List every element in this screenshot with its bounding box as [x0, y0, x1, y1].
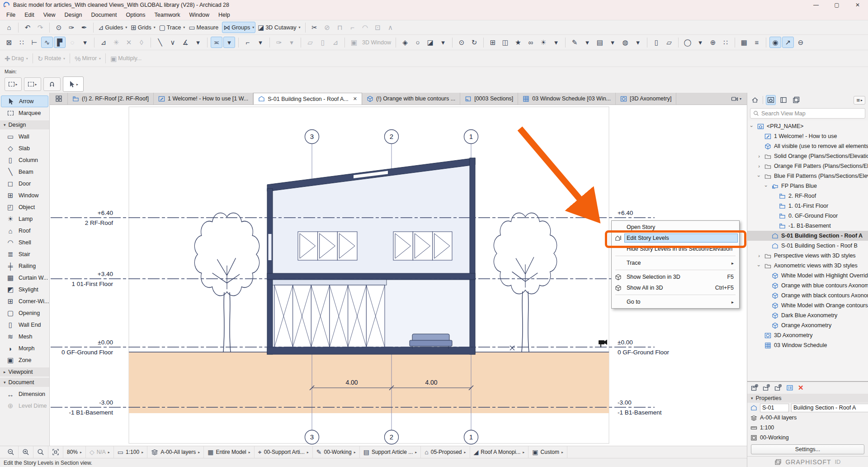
tool-slab[interactable]: ◇Slab [0, 143, 49, 154]
dropdown-caret-icon[interactable]: ▾ [286, 37, 297, 48]
tool-morph[interactable]: ◗Morph [0, 343, 49, 354]
camera-grid-icon[interactable]: ◫ [500, 37, 511, 48]
renovation-filter-button[interactable]: ⌂05-Proposed▸ [421, 446, 470, 458]
mirror-button[interactable]: %Mirror▾ [73, 53, 102, 64]
walk-mode-icon[interactable]: ⊙ [456, 37, 467, 48]
settings-button[interactable]: Settings... [751, 444, 864, 454]
toolbox-group-design[interactable]: ▾Design [0, 120, 49, 129]
spline-edit-icon[interactable]: ∿ [41, 37, 53, 48]
zoom-tool-icon[interactable]: ⊖ [795, 37, 807, 48]
multiply-button[interactable]: ▣Multiply... [109, 53, 144, 64]
zoom-select-button[interactable] [33, 446, 48, 458]
viewmap-item[interactable]: 1 Welcome! - How to use [747, 131, 868, 141]
tool-corner-wi[interactable]: ⊞Corner-Wi... [0, 295, 49, 307]
close-button[interactable]: ✕ [847, 0, 868, 10]
menu-window[interactable]: Window [185, 10, 214, 20]
tree-expander-icon[interactable]: › [756, 153, 762, 159]
viewmap-item[interactable]: Orange with blue contours Axonometry [747, 281, 868, 291]
toolbox-group-document[interactable]: ▾Document [0, 378, 49, 387]
tool-wall[interactable]: ▭Wall [0, 131, 49, 143]
fillet-icon[interactable]: ◠ [359, 22, 371, 33]
tool-object[interactable]: ◰Object [0, 201, 49, 213]
pen-set-button[interactable]: ✎00-Working▸ [313, 446, 360, 458]
roof-angle-icon[interactable]: ∧ [385, 22, 396, 33]
cylinder-view-icon[interactable]: ○ [412, 37, 424, 48]
marquee-pick-button[interactable]: ▸ [5, 77, 22, 91]
edit-elements-icon[interactable]: ▛ [54, 37, 66, 48]
viewmap-item[interactable]: 0. GF-Ground Floor [747, 211, 868, 221]
viewmap-item[interactable]: White Model with Orange contours [747, 300, 868, 310]
viewmap-item[interactable]: Orange with black contours Axonometry [747, 291, 868, 300]
tree-expander-icon[interactable]: › [756, 253, 762, 258]
pickup-parameters-icon[interactable]: ✑ [66, 22, 77, 33]
grids-button[interactable]: ⊞Grids▾ [129, 22, 156, 33]
suspend-groups-icon[interactable]: ⊘ [321, 22, 333, 33]
dropdown-caret-icon[interactable]: ▾ [437, 37, 449, 48]
document-tab[interactable]: (!) 2. RF-Roof [2. RF-Roof] [68, 93, 154, 105]
menu-options[interactable]: Options [121, 10, 150, 20]
shear-icon[interactable]: ▯ [317, 37, 329, 48]
dropdown-caret-icon[interactable]: ▾ [694, 37, 706, 48]
menu-item-hide-story-levels-in-this-section-elevation[interactable]: Hide Story Levels in this Section/Elevat… [612, 243, 739, 254]
toolbox-group-viewpoint[interactable]: ▸Viewpoint [0, 367, 49, 376]
elevate-icon[interactable]: ⊿ [330, 37, 341, 48]
dropdown-caret-icon[interactable]: ▾ [255, 37, 266, 48]
tool-arrow[interactable]: Arrow [1, 95, 48, 107]
menu-item-go-to[interactable]: Go to▸ [612, 296, 739, 307]
dropdown-caret-icon[interactable]: ▾ [632, 37, 644, 48]
measure-button[interactable]: ▭Measure [187, 22, 221, 33]
minimize-button[interactable]: — [806, 0, 826, 10]
viewmap-item[interactable]: 3D Axonometry [747, 330, 868, 340]
project-chooser-button[interactable] [750, 95, 760, 105]
snap-reference-icon[interactable]: ✕ [123, 37, 135, 48]
navigator-menu-button[interactable]: ≡▸ [854, 96, 865, 105]
axonometry-icon[interactable]: ◪ [425, 37, 436, 48]
view-map-button[interactable] [766, 95, 776, 105]
document-tab[interactable]: [0003 Sections] [460, 93, 518, 105]
polyline-icon[interactable]: ∨ [167, 37, 179, 48]
maximize-button[interactable]: ▢ [826, 0, 847, 10]
split-icon[interactable]: ✂ [309, 22, 321, 33]
document-tab[interactable]: S-01 Building Section - Roof A...✕ [253, 93, 362, 105]
tool-skylight[interactable]: ◩Skylight [0, 284, 49, 295]
column-display-icon[interactable]: ▯ [651, 37, 662, 48]
fly-through-icon[interactable]: ▦ [738, 37, 750, 48]
menu-teamwork[interactable]: Teamwork [150, 10, 185, 20]
orientation-button[interactable]: ◇N/A▸ [86, 446, 114, 458]
menu-view[interactable]: View [39, 10, 60, 20]
intersect-icon[interactable]: ⌐ [347, 22, 359, 33]
viewmap-item[interactable]: ›<PRJ_NAME> [747, 121, 868, 131]
tool-dimension[interactable]: ↔Dimension [0, 388, 49, 400]
groups-button[interactable]: ⋈Groups▾ [222, 22, 255, 33]
tool-railing[interactable]: ╪Railing [0, 260, 49, 272]
search-box[interactable] [750, 108, 865, 119]
document-tab[interactable]: 1 Welcome! - How to use [1 W... [154, 93, 253, 105]
dropdown-caret-icon[interactable]: ▾ [192, 37, 204, 48]
magnet-button[interactable] [43, 77, 61, 91]
arrow-mode-button[interactable]: ▸ [63, 76, 84, 92]
view-settings-icon[interactable] [786, 384, 793, 391]
structure-display-button[interactable]: ▦Entire Model▸ [204, 446, 255, 458]
marker-pick-icon[interactable]: ✑ [273, 37, 285, 48]
layer-settings-icon[interactable]: ▤ [594, 37, 606, 48]
hotlink-icon[interactable]: ∞ [525, 37, 537, 48]
viewmap-item[interactable]: 03 Window Schedule [747, 340, 868, 350]
more-options-icon[interactable]: ∷ [720, 37, 731, 48]
menu-design[interactable]: Design [60, 10, 87, 20]
publisher-sets-button[interactable] [791, 95, 801, 105]
tool-door[interactable]: ◻Door [0, 178, 49, 190]
tool-roof[interactable]: ⌂Roof [0, 225, 49, 237]
tool-mesh[interactable]: ≋Mesh [0, 331, 49, 343]
home-icon[interactable]: ⌂ [3, 22, 15, 33]
viewmap-item[interactable]: -1. B1-Basement [747, 221, 868, 231]
tool-curtain-w[interactable]: ▦Curtain W... [0, 272, 49, 284]
drag-button[interactable]: ✚Drag▾ [3, 53, 29, 64]
menu-item-show-selection-in-3d[interactable]: Show Selection in 3DF5 [612, 272, 739, 282]
delete-icon[interactable]: ✕ [798, 384, 804, 392]
viewmap-item[interactable]: ›Blue Fill Patterns (Plans/Sections/Elev… [747, 171, 868, 181]
angle-icon[interactable]: ∡ [179, 37, 191, 48]
opening-display-icon[interactable]: ◯ [682, 37, 693, 48]
new-folder-icon[interactable] [774, 384, 782, 391]
viewmap-item[interactable]: Orange Axonometry [747, 320, 868, 330]
menu-edit[interactable]: Edit [20, 10, 39, 20]
